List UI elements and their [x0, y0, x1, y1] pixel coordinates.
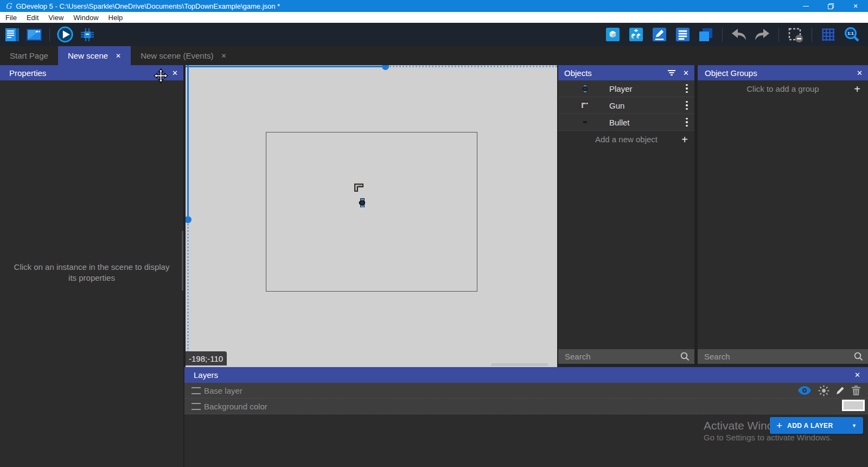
- panel-resize-handle-left[interactable]: [186, 216, 192, 223]
- project-manager-button[interactable]: [3, 26, 21, 44]
- toggle-grid-button[interactable]: [820, 26, 837, 44]
- objects-panel-header: Objects ✕: [558, 65, 694, 80]
- object-menu-button[interactable]: [686, 84, 688, 93]
- object-row-gun[interactable]: Gun: [558, 97, 694, 114]
- bullet-object-icon: [579, 121, 591, 123]
- panel-resize-line-vertical[interactable]: [187, 65, 189, 216]
- player-instance[interactable]: [359, 198, 366, 207]
- menu-help[interactable]: Help: [104, 12, 128, 23]
- tab-label: New scene: [68, 51, 108, 60]
- drag-handle-icon[interactable]: [192, 403, 201, 410]
- object-menu-button[interactable]: [686, 118, 688, 127]
- close-icon[interactable]: ✕: [854, 371, 860, 379]
- deselect-button[interactable]: [787, 26, 804, 44]
- tab-close-icon[interactable]: ✕: [116, 52, 121, 60]
- toggle-object-groups-panel-button[interactable]: [627, 26, 644, 44]
- watermark-line2: Go to Settings to activate Windows.: [704, 433, 832, 442]
- redo-button[interactable]: [754, 26, 771, 44]
- objects-panel-title: Objects: [564, 68, 592, 78]
- object-groups-panel: Object Groups ✕ Click to add a group +: [698, 65, 868, 367]
- panel-resize-handle-top[interactable]: [382, 65, 389, 70]
- toggle-objects-panel-button[interactable]: [604, 26, 621, 44]
- start-page-button[interactable]: [25, 26, 43, 44]
- svg-text:1:1: 1:1: [847, 31, 854, 36]
- layer-delete-button[interactable]: [852, 386, 860, 395]
- panel-resize-line-vertical-dashed: [187, 224, 189, 367]
- object-groups-search-input[interactable]: [698, 349, 868, 364]
- menu-bar: File Edit View Window Help: [0, 12, 868, 23]
- menu-window[interactable]: Window: [68, 12, 103, 23]
- drag-handle-icon[interactable]: [192, 387, 201, 394]
- layer-visibility-button[interactable]: [798, 386, 811, 395]
- layer-row-background-color[interactable]: Background color: [184, 399, 868, 414]
- zoom-original-button[interactable]: 1:1: [843, 26, 860, 44]
- object-groups-panel-header: Object Groups ✕: [698, 65, 868, 80]
- add-layer-button[interactable]: + ADD A LAYER ▼: [770, 417, 863, 434]
- object-groups-panel-title: Object Groups: [705, 68, 757, 78]
- close-icon[interactable]: ✕: [683, 69, 689, 77]
- add-group-label: Click to add a group: [746, 84, 819, 93]
- panel-resize-line-horizontal-dashed: [390, 66, 557, 67]
- objects-panel-icon: [605, 27, 621, 42]
- plus-icon: +: [854, 84, 860, 94]
- object-menu-button[interactable]: [686, 101, 688, 110]
- close-button[interactable]: ✕: [843, 0, 868, 12]
- minimize-button[interactable]: [793, 0, 818, 12]
- panel-resize-line-horizontal[interactable]: [186, 66, 382, 67]
- deselect-icon: [787, 27, 803, 43]
- restore-button[interactable]: [818, 0, 843, 12]
- restore-icon: [828, 3, 834, 9]
- close-icon[interactable]: ✕: [172, 69, 178, 77]
- toggle-properties-panel-button[interactable]: [650, 26, 668, 44]
- gun-instance[interactable]: [354, 184, 363, 192]
- objects-search-input[interactable]: [558, 349, 694, 364]
- toggle-instances-list-button[interactable]: [674, 26, 691, 44]
- tab-start-page[interactable]: Start Page: [0, 46, 58, 65]
- object-row-bullet[interactable]: Bullet: [558, 114, 694, 131]
- scrollbar-thumb[interactable]: [182, 231, 183, 291]
- tab-close-icon[interactable]: ✕: [221, 52, 226, 60]
- eye-icon: [798, 386, 811, 395]
- toolbar-separator: [49, 28, 50, 42]
- tab-new-scene[interactable]: New scene ✕: [58, 46, 131, 65]
- filter-icon[interactable]: [667, 70, 676, 76]
- tab-label: New scene (Events): [141, 51, 213, 60]
- pencil-icon: [835, 386, 845, 395]
- objects-panel: Objects ✕ Player Gun Bullet: [558, 65, 694, 367]
- add-group-button[interactable]: Click to add a group +: [698, 80, 868, 97]
- debug-icon: [79, 27, 95, 43]
- properties-panel-title: Properties: [9, 68, 46, 78]
- add-object-button[interactable]: Add a new object +: [558, 131, 694, 148]
- undo-button[interactable]: [730, 26, 748, 44]
- menu-file[interactable]: File: [0, 12, 22, 23]
- toggle-layers-panel-button[interactable]: [697, 26, 714, 44]
- object-name: Player: [609, 84, 633, 93]
- caret-down-icon[interactable]: ▼: [852, 423, 857, 428]
- layer-name: Background color: [204, 402, 267, 411]
- tab-label: Start Page: [10, 51, 48, 60]
- layer-edit-button[interactable]: [835, 386, 845, 395]
- menu-edit[interactable]: Edit: [22, 12, 43, 23]
- properties-empty-message: Click on an instance in the scene to dis…: [0, 262, 183, 283]
- play-icon: [56, 25, 74, 44]
- object-name: Bullet: [609, 118, 630, 127]
- background-color-swatch[interactable]: [842, 400, 865, 411]
- instances-list-icon: [675, 27, 691, 42]
- close-icon: ✕: [853, 3, 858, 10]
- debug-button[interactable]: [79, 26, 96, 44]
- project-manager-icon: [4, 27, 20, 43]
- plus-icon: +: [681, 134, 688, 145]
- player-object-icon: [579, 85, 591, 93]
- layer-name: Base layer: [204, 386, 242, 395]
- scene-canvas[interactable]: -198;-110: [186, 65, 557, 367]
- preview-button[interactable]: [56, 26, 74, 44]
- layer-effects-button[interactable]: [818, 385, 829, 396]
- layer-row-base[interactable]: Base layer: [184, 383, 868, 399]
- object-row-player[interactable]: Player: [558, 80, 694, 97]
- canvas-horizontal-scrollbar[interactable]: [491, 363, 548, 366]
- menu-view[interactable]: View: [43, 12, 68, 23]
- close-icon[interactable]: ✕: [857, 69, 863, 77]
- tab-new-scene-events[interactable]: New scene (Events) ✕: [131, 46, 236, 65]
- start-page-icon: [26, 27, 42, 43]
- plus-icon: +: [776, 420, 782, 431]
